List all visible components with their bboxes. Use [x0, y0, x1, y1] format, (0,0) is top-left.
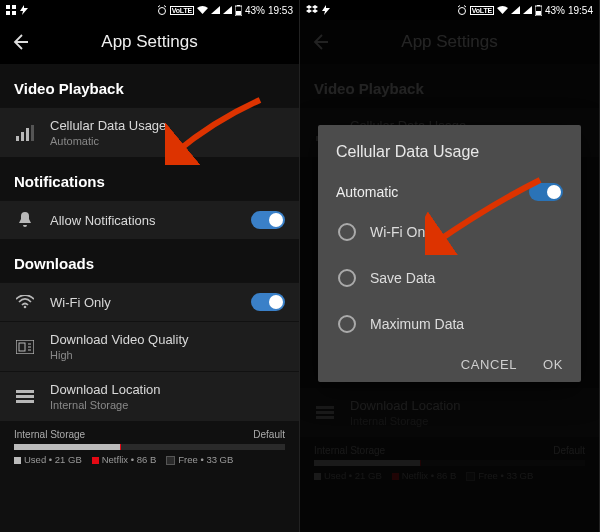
- storage-summary: Internal Storage Default Used • 21 GB Ne…: [0, 421, 299, 469]
- svg-point-5: [158, 8, 165, 15]
- download-location-sub: Internal Storage: [50, 399, 285, 411]
- download-location-row[interactable]: Download Location Internal Storage: [0, 371, 299, 421]
- option-save-data[interactable]: Save Data: [336, 255, 563, 301]
- svg-rect-15: [26, 128, 29, 141]
- cellular-data-label: Cellular Data Usage: [50, 118, 285, 133]
- wifi-only-row[interactable]: Wi-Fi Only: [0, 282, 299, 321]
- svg-marker-9: [223, 6, 232, 14]
- section-downloads-heading: Downloads: [0, 239, 299, 282]
- alarm-icon: [157, 5, 167, 15]
- svg-marker-27: [306, 5, 312, 9]
- alarm-icon: [457, 5, 467, 15]
- svg-rect-39: [536, 11, 541, 15]
- svg-line-33: [458, 6, 460, 8]
- radio-icon: [338, 269, 356, 287]
- storage-default: Default: [253, 429, 285, 440]
- cellular-data-row[interactable]: Cellular Data Usage Automatic: [0, 107, 299, 157]
- page-title: App Settings: [30, 32, 289, 52]
- svg-rect-13: [16, 136, 19, 141]
- battery-icon: [235, 5, 242, 16]
- legend-used: Used • 21 GB: [14, 454, 82, 465]
- automatic-label: Automatic: [336, 184, 398, 200]
- svg-marker-8: [211, 6, 220, 14]
- section-video-heading: Video Playback: [0, 64, 299, 107]
- storage-icon: [14, 390, 36, 404]
- svg-marker-28: [312, 5, 318, 9]
- option-save-label: Save Data: [370, 270, 435, 286]
- automatic-toggle[interactable]: [529, 183, 563, 201]
- svg-line-7: [164, 6, 166, 8]
- svg-point-17: [24, 306, 27, 309]
- status-bar: VoLTE 43% 19:54: [300, 0, 599, 20]
- option-wifi-label: Wi-Fi Only: [370, 224, 435, 240]
- bars-icon: [14, 125, 36, 141]
- radio-icon: [338, 223, 356, 241]
- svg-rect-2: [6, 11, 10, 15]
- svg-rect-3: [12, 11, 16, 15]
- radio-icon: [338, 315, 356, 333]
- allow-notifications-row[interactable]: Allow Notifications: [0, 200, 299, 239]
- svg-rect-25: [16, 400, 34, 403]
- menu-icon: [6, 5, 16, 15]
- volte-badge: VoLTE: [170, 6, 194, 15]
- svg-point-32: [458, 8, 465, 15]
- wifi-only-label: Wi-Fi Only: [50, 295, 237, 310]
- battery-pct: 43%: [245, 5, 265, 16]
- svg-marker-29: [306, 9, 312, 13]
- download-location-label: Download Location: [50, 382, 285, 397]
- option-max-label: Maximum Data: [370, 316, 464, 332]
- bolt-icon: [20, 5, 28, 15]
- volte-badge: VoLTE: [470, 6, 494, 15]
- legend-free: Free • 33 GB: [166, 454, 233, 465]
- svg-marker-30: [312, 9, 318, 13]
- clock: 19:54: [568, 5, 593, 16]
- legend-netflix: Netflix • 86 B: [92, 454, 157, 465]
- bolt-icon: [322, 5, 330, 15]
- dialog-title: Cellular Data Usage: [336, 143, 563, 161]
- svg-rect-16: [31, 125, 34, 141]
- svg-marker-36: [523, 6, 532, 14]
- svg-rect-23: [16, 390, 34, 393]
- status-bar: VoLTE 43% 19:53: [0, 0, 299, 20]
- signal-icon: [223, 6, 232, 14]
- allow-notifications-toggle[interactable]: [251, 211, 285, 229]
- wifi-icon: [197, 6, 208, 14]
- svg-marker-31: [322, 5, 330, 15]
- storage-name: Internal Storage: [14, 429, 85, 440]
- svg-rect-24: [16, 395, 34, 398]
- cancel-button[interactable]: CANCEL: [461, 357, 517, 372]
- signal-icon: [523, 6, 532, 14]
- svg-line-34: [464, 6, 466, 8]
- ok-button[interactable]: OK: [543, 357, 563, 372]
- dropbox-icon: [306, 5, 318, 15]
- svg-marker-4: [20, 5, 28, 15]
- allow-notifications-label: Allow Notifications: [50, 213, 237, 228]
- signal-icon: [211, 6, 220, 14]
- svg-line-6: [158, 6, 160, 8]
- wifi-icon: [497, 6, 508, 14]
- back-icon[interactable]: [10, 32, 30, 52]
- svg-rect-14: [21, 132, 24, 141]
- svg-rect-1: [12, 5, 16, 9]
- option-wifi-only[interactable]: Wi-Fi Only: [336, 209, 563, 255]
- svg-rect-0: [6, 5, 10, 9]
- clock: 19:53: [268, 5, 293, 16]
- cellular-data-sub: Automatic: [50, 135, 285, 147]
- download-quality-label: Download Video Quality: [50, 332, 285, 347]
- screen-left: VoLTE 43% 19:53 App Settings Video Playb…: [0, 0, 300, 532]
- screen-right: VoLTE 43% 19:54 App Settings Video Playb…: [300, 0, 600, 532]
- battery-pct: 43%: [545, 5, 565, 16]
- quality-icon: [14, 340, 36, 354]
- app-header: App Settings: [0, 20, 299, 64]
- svg-rect-19: [19, 343, 25, 351]
- cellular-data-dialog: Cellular Data Usage Automatic Wi-Fi Only…: [318, 125, 581, 382]
- option-maximum-data[interactable]: Maximum Data: [336, 301, 563, 347]
- section-notifications-heading: Notifications: [0, 157, 299, 200]
- battery-icon: [535, 5, 542, 16]
- download-quality-sub: High: [50, 349, 285, 361]
- svg-marker-35: [511, 6, 520, 14]
- wifi-icon: [14, 295, 36, 309]
- svg-rect-12: [236, 11, 241, 15]
- wifi-only-toggle[interactable]: [251, 293, 285, 311]
- download-quality-row[interactable]: Download Video Quality High: [0, 321, 299, 371]
